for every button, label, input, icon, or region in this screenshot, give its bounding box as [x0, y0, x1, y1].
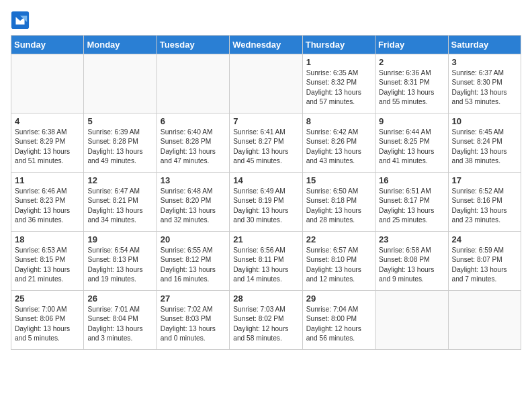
calendar-cell: 12Sunrise: 6:47 AM Sunset: 8:21 PM Dayli…: [84, 173, 157, 232]
day-info: Sunrise: 6:52 AM Sunset: 8:16 PM Dayligh…: [452, 187, 517, 225]
day-number: 19: [87, 234, 152, 244]
calendar-cell: 17Sunrise: 6:52 AM Sunset: 8:16 PM Dayli…: [448, 173, 521, 232]
day-header-thursday: Thursday: [302, 36, 375, 54]
day-info: Sunrise: 6:38 AM Sunset: 8:29 PM Dayligh…: [15, 128, 80, 166]
day-info: Sunrise: 7:02 AM Sunset: 8:03 PM Dayligh…: [161, 305, 226, 343]
calendar-cell: 1Sunrise: 6:35 AM Sunset: 8:32 PM Daylig…: [302, 54, 375, 113]
calendar-cell: 14Sunrise: 6:49 AM Sunset: 8:19 PM Dayli…: [230, 173, 302, 232]
day-info: Sunrise: 6:46 AM Sunset: 8:23 PM Dayligh…: [15, 187, 80, 225]
day-number: 11: [15, 175, 80, 185]
week-row-4: 25Sunrise: 7:00 AM Sunset: 8:06 PM Dayli…: [11, 291, 521, 350]
day-number: 23: [379, 234, 444, 244]
week-row-1: 4Sunrise: 6:38 AM Sunset: 8:29 PM Daylig…: [11, 113, 521, 173]
calendar-cell: 3Sunrise: 6:37 AM Sunset: 8:30 PM Daylig…: [448, 54, 521, 113]
week-row-3: 18Sunrise: 6:53 AM Sunset: 8:15 PM Dayli…: [11, 232, 521, 291]
day-info: Sunrise: 6:56 AM Sunset: 8:11 PM Dayligh…: [233, 246, 298, 284]
page-header: [11, 11, 521, 30]
day-header-wednesday: Wednesday: [230, 36, 302, 54]
day-info: Sunrise: 6:47 AM Sunset: 8:21 PM Dayligh…: [87, 187, 152, 225]
day-info: Sunrise: 6:41 AM Sunset: 8:27 PM Dayligh…: [233, 128, 298, 166]
calendar-cell: 21Sunrise: 6:56 AM Sunset: 8:11 PM Dayli…: [230, 232, 302, 291]
calendar-cell: 7Sunrise: 6:41 AM Sunset: 8:27 PM Daylig…: [230, 113, 302, 173]
day-number: 10: [452, 116, 517, 126]
day-info: Sunrise: 6:58 AM Sunset: 8:08 PM Dayligh…: [379, 246, 444, 284]
day-info: Sunrise: 6:54 AM Sunset: 8:13 PM Dayligh…: [87, 246, 152, 284]
calendar-cell: 4Sunrise: 6:38 AM Sunset: 8:29 PM Daylig…: [11, 113, 84, 173]
calendar-cell: 29Sunrise: 7:04 AM Sunset: 8:00 PM Dayli…: [302, 291, 375, 350]
day-number: 21: [233, 234, 298, 244]
day-number: 5: [87, 116, 152, 126]
day-number: 2: [379, 57, 444, 67]
calendar-cell: [230, 54, 302, 113]
day-info: Sunrise: 6:50 AM Sunset: 8:18 PM Dayligh…: [306, 187, 371, 225]
calendar-cell: [448, 291, 521, 350]
day-info: Sunrise: 7:04 AM Sunset: 8:00 PM Dayligh…: [306, 305, 371, 343]
day-number: 26: [87, 293, 152, 304]
logo-icon: [11, 11, 30, 30]
week-row-2: 11Sunrise: 6:46 AM Sunset: 8:23 PM Dayli…: [11, 173, 521, 232]
calendar-cell: 8Sunrise: 6:42 AM Sunset: 8:26 PM Daylig…: [302, 113, 375, 173]
calendar-cell: 27Sunrise: 7:02 AM Sunset: 8:03 PM Dayli…: [157, 291, 229, 350]
day-header-sunday: Sunday: [11, 36, 84, 54]
calendar-cell: 16Sunrise: 6:51 AM Sunset: 8:17 PM Dayli…: [375, 173, 448, 232]
day-number: 18: [15, 234, 80, 244]
calendar-cell: 2Sunrise: 6:36 AM Sunset: 8:31 PM Daylig…: [375, 54, 448, 113]
calendar-cell: 28Sunrise: 7:03 AM Sunset: 8:02 PM Dayli…: [230, 291, 302, 350]
calendar-cell: 26Sunrise: 7:01 AM Sunset: 8:04 PM Dayli…: [84, 291, 157, 350]
day-number: 20: [161, 234, 226, 244]
calendar-cell: 25Sunrise: 7:00 AM Sunset: 8:06 PM Dayli…: [11, 291, 84, 350]
day-number: 13: [161, 175, 226, 185]
day-number: 9: [379, 116, 444, 126]
day-number: 6: [161, 116, 226, 126]
day-info: Sunrise: 6:49 AM Sunset: 8:19 PM Dayligh…: [233, 187, 298, 225]
day-number: 27: [161, 293, 226, 304]
day-number: 24: [452, 234, 517, 244]
day-number: 1: [306, 57, 371, 67]
day-number: 29: [306, 293, 371, 304]
day-number: 14: [233, 175, 298, 185]
day-info: Sunrise: 6:42 AM Sunset: 8:26 PM Dayligh…: [306, 128, 371, 166]
calendar-cell: 6Sunrise: 6:40 AM Sunset: 8:28 PM Daylig…: [157, 113, 229, 173]
day-info: Sunrise: 6:55 AM Sunset: 8:12 PM Dayligh…: [161, 246, 226, 284]
day-number: 7: [233, 116, 298, 126]
calendar-cell: 5Sunrise: 6:39 AM Sunset: 8:28 PM Daylig…: [84, 113, 157, 173]
day-number: 25: [15, 293, 80, 304]
day-number: 16: [379, 175, 444, 185]
day-number: 28: [233, 293, 298, 304]
calendar-cell: 9Sunrise: 6:44 AM Sunset: 8:25 PM Daylig…: [375, 113, 448, 173]
day-info: Sunrise: 6:45 AM Sunset: 8:24 PM Dayligh…: [452, 128, 517, 166]
day-info: Sunrise: 6:48 AM Sunset: 8:20 PM Dayligh…: [161, 187, 226, 225]
day-header-monday: Monday: [84, 36, 157, 54]
day-number: 12: [87, 175, 152, 185]
day-header-saturday: Saturday: [448, 36, 521, 54]
day-number: 15: [306, 175, 371, 185]
calendar-cell: 23Sunrise: 6:58 AM Sunset: 8:08 PM Dayli…: [375, 232, 448, 291]
day-number: 17: [452, 175, 517, 185]
day-info: Sunrise: 6:51 AM Sunset: 8:17 PM Dayligh…: [379, 187, 444, 225]
day-header-friday: Friday: [375, 36, 448, 54]
day-info: Sunrise: 6:57 AM Sunset: 8:10 PM Dayligh…: [306, 246, 371, 284]
calendar-cell: 13Sunrise: 6:48 AM Sunset: 8:20 PM Dayli…: [157, 173, 229, 232]
day-info: Sunrise: 6:40 AM Sunset: 8:28 PM Dayligh…: [161, 128, 226, 166]
calendar-cell: 10Sunrise: 6:45 AM Sunset: 8:24 PM Dayli…: [448, 113, 521, 173]
day-info: Sunrise: 6:59 AM Sunset: 8:07 PM Dayligh…: [452, 246, 517, 284]
day-number: 22: [306, 234, 371, 244]
calendar-cell: [84, 54, 157, 113]
calendar-table: SundayMondayTuesdayWednesdayThursdayFrid…: [11, 35, 521, 350]
calendar-cell: 18Sunrise: 6:53 AM Sunset: 8:15 PM Dayli…: [11, 232, 84, 291]
day-header-tuesday: Tuesday: [157, 36, 229, 54]
day-info: Sunrise: 6:39 AM Sunset: 8:28 PM Dayligh…: [87, 128, 152, 166]
calendar-cell: [157, 54, 229, 113]
calendar-cell: [11, 54, 84, 113]
day-number: 3: [452, 57, 517, 67]
day-info: Sunrise: 7:01 AM Sunset: 8:04 PM Dayligh…: [87, 305, 152, 343]
day-info: Sunrise: 6:37 AM Sunset: 8:30 PM Dayligh…: [452, 68, 517, 107]
calendar-cell: 11Sunrise: 6:46 AM Sunset: 8:23 PM Dayli…: [11, 173, 84, 232]
calendar-cell: 19Sunrise: 6:54 AM Sunset: 8:13 PM Dayli…: [84, 232, 157, 291]
day-info: Sunrise: 6:35 AM Sunset: 8:32 PM Dayligh…: [306, 68, 371, 107]
week-row-0: 1Sunrise: 6:35 AM Sunset: 8:32 PM Daylig…: [11, 54, 521, 113]
calendar-cell: 15Sunrise: 6:50 AM Sunset: 8:18 PM Dayli…: [302, 173, 375, 232]
calendar-cell: [375, 291, 448, 350]
calendar-cell: 24Sunrise: 6:59 AM Sunset: 8:07 PM Dayli…: [448, 232, 521, 291]
day-info: Sunrise: 7:03 AM Sunset: 8:02 PM Dayligh…: [233, 305, 298, 343]
